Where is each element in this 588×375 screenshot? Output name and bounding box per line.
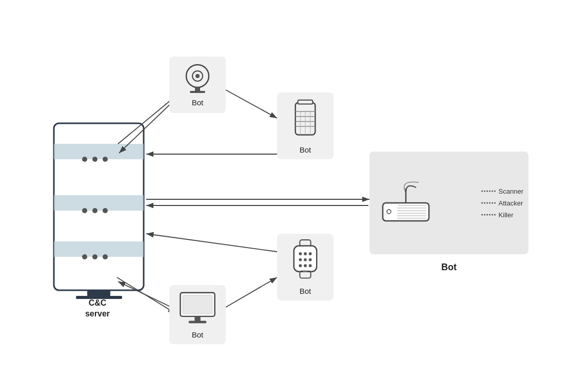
svg-rect-6 [54, 241, 144, 257]
svg-rect-3 [54, 123, 144, 290]
dot-line-killer [481, 214, 496, 216]
svg-rect-66 [194, 316, 201, 322]
svg-point-60 [304, 264, 307, 267]
dot-line-scanner [481, 191, 496, 192]
scanner-label: Scanner [499, 188, 523, 195]
svg-point-11 [92, 208, 97, 213]
router-bot-label: Bot [369, 262, 528, 273]
svg-point-54 [304, 252, 307, 255]
svg-point-55 [309, 252, 312, 255]
svg-point-14 [92, 254, 97, 259]
svg-point-56 [299, 258, 302, 261]
svg-point-53 [299, 252, 302, 255]
dot-line-attacker [481, 202, 496, 204]
watch-bot-label: Bot [300, 287, 311, 295]
bot-watch-box: Bot [277, 234, 334, 301]
watch-icon [287, 239, 323, 284]
svg-point-10 [82, 208, 87, 213]
server-label: C&C server [51, 298, 144, 320]
storage-bot-label: Bot [300, 145, 311, 154]
monitor-icon [177, 290, 218, 327]
svg-line-27 [146, 234, 277, 252]
svg-rect-4 [54, 144, 144, 159]
svg-line-18 [118, 95, 177, 144]
svg-point-58 [309, 258, 312, 261]
router-annotation-killer: Killer [481, 211, 523, 219]
bot-router-box: Scanner Attacker Killer [369, 152, 528, 254]
router-annotation-scanner: Scanner [481, 188, 523, 195]
attacker-label: Attacker [499, 199, 523, 207]
router-annotation-attacker: Attacker [481, 199, 523, 207]
svg-point-12 [103, 208, 108, 213]
storage-icon [287, 98, 323, 142]
svg-point-57 [304, 258, 307, 261]
svg-rect-16 [87, 290, 110, 296]
svg-rect-41 [298, 100, 313, 104]
svg-point-9 [103, 157, 108, 162]
bot-webcam-box: Bot [169, 57, 226, 113]
webcam-bot-label: Bot [192, 98, 204, 107]
svg-rect-5 [54, 195, 144, 211]
router-icon [378, 177, 434, 229]
svg-line-19 [119, 100, 174, 153]
diagram-container: Bot Bot [0, 0, 588, 375]
svg-point-61 [309, 264, 312, 267]
server-label-line2: server [85, 309, 110, 318]
svg-point-13 [82, 254, 87, 259]
svg-rect-65 [183, 295, 212, 314]
bot-storage-box: Bot [277, 92, 334, 159]
svg-point-8 [92, 157, 97, 162]
svg-point-59 [299, 264, 302, 267]
svg-point-15 [103, 254, 108, 259]
svg-line-26 [226, 277, 277, 307]
svg-rect-31 [195, 87, 200, 91]
svg-point-30 [195, 74, 200, 78]
svg-point-7 [82, 157, 87, 162]
webcam-icon [180, 62, 215, 95]
svg-rect-67 [189, 321, 207, 324]
svg-rect-32 [190, 91, 205, 93]
svg-line-20 [226, 90, 277, 118]
bot-monitor-box: Bot [169, 285, 226, 344]
monitor-bot-label: Bot [192, 330, 204, 339]
killer-label: Killer [499, 211, 514, 219]
router-annotations: Scanner Attacker Killer [481, 188, 523, 219]
server-label-line1: C&C [89, 298, 107, 307]
